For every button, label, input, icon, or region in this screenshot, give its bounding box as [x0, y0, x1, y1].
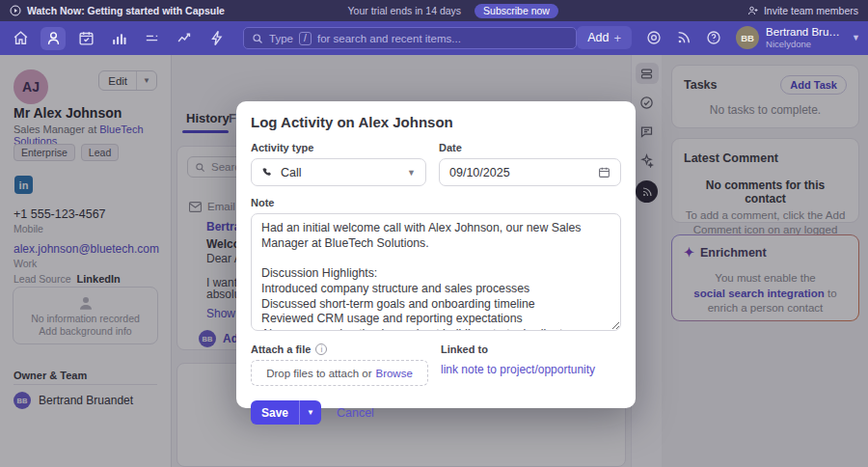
invite-team-members-button[interactable]: Invite team members — [747, 5, 858, 16]
watch-now-link[interactable]: Watch Now: Getting started with Capsule — [10, 5, 225, 16]
link-note-link[interactable]: link note to project/opportunity — [441, 363, 595, 376]
bar-chart-nav-icon[interactable] — [106, 27, 131, 50]
user-menu[interactable]: BB Bertrand Brua... Nicelydone ▼ — [736, 26, 860, 49]
watch-now-label: Watch Now: Getting started with Capsule — [27, 5, 225, 16]
modal-title: Log Activity on Alex Johnson — [251, 114, 621, 130]
date-value: 09/10/2025 — [449, 166, 590, 179]
save-button[interactable]: Save ▼ — [251, 400, 321, 425]
announcement-bar: Watch Now: Getting started with Capsule … — [0, 0, 868, 21]
person-plus-icon — [747, 5, 759, 16]
chevron-down-icon: ▼ — [852, 33, 860, 42]
search-icon — [252, 33, 263, 44]
help-icon[interactable] — [706, 30, 721, 45]
cancel-button[interactable]: Cancel — [337, 406, 374, 420]
invite-label: Invite team members — [764, 5, 858, 16]
file-dropzone[interactable]: Drop files to attach or Browse — [251, 360, 428, 386]
people-nav-icon[interactable] — [41, 27, 66, 50]
global-search-input[interactable]: Type / for search and recent items... — [243, 27, 577, 49]
linked-to-label: Linked to — [441, 343, 621, 355]
user-org: Nicelydone — [766, 40, 841, 50]
trend-nav-icon[interactable] — [172, 27, 197, 50]
log-activity-modal: Log Activity on Alex Johnson Activity ty… — [236, 101, 636, 408]
activity-type-label: Activity type — [251, 142, 426, 153]
user-name: Bertrand Brua... — [766, 26, 841, 39]
info-icon[interactable]: i — [315, 343, 327, 355]
browse-link[interactable]: Browse — [375, 368, 412, 379]
add-button[interactable]: Add+ — [577, 26, 632, 49]
user-avatar: BB — [736, 26, 759, 49]
activity-type-select[interactable]: Call ▼ — [251, 158, 426, 186]
broadcast-icon[interactable] — [676, 30, 692, 45]
plus-icon: + — [613, 31, 621, 45]
search-placeholder-rest: for search and recent items... — [317, 33, 461, 44]
target-icon[interactable] — [646, 30, 662, 45]
chevron-down-icon: ▼ — [407, 168, 416, 178]
pipeline-list-nav-icon[interactable] — [139, 27, 164, 50]
lightning-nav-icon[interactable] — [204, 27, 230, 50]
date-input[interactable]: 09/10/2025 — [439, 158, 621, 186]
attach-file-label: Attach a file i — [251, 343, 428, 355]
trial-countdown: Your trial ends in 14 days — [348, 5, 462, 16]
note-label: Note — [251, 197, 621, 208]
save-options-chevron-icon[interactable]: ▼ — [299, 400, 321, 425]
search-placeholder-prefix: Type — [269, 33, 293, 44]
main-navbar: Type / for search and recent items... Ad… — [0, 21, 868, 55]
calendar-tasks-nav-icon[interactable] — [73, 27, 98, 50]
calendar-icon[interactable] — [598, 166, 610, 179]
home-nav-icon[interactable] — [8, 27, 33, 50]
phone-icon — [261, 167, 273, 179]
subscribe-now-button[interactable]: Subscribe now — [475, 4, 558, 18]
slash-key-hint: / — [299, 32, 312, 45]
play-circle-icon — [10, 5, 21, 16]
activity-type-value: Call — [281, 166, 399, 179]
note-textarea[interactable]: Had an initial welcome call with Alex Jo… — [251, 213, 621, 331]
date-label: Date — [439, 142, 621, 153]
